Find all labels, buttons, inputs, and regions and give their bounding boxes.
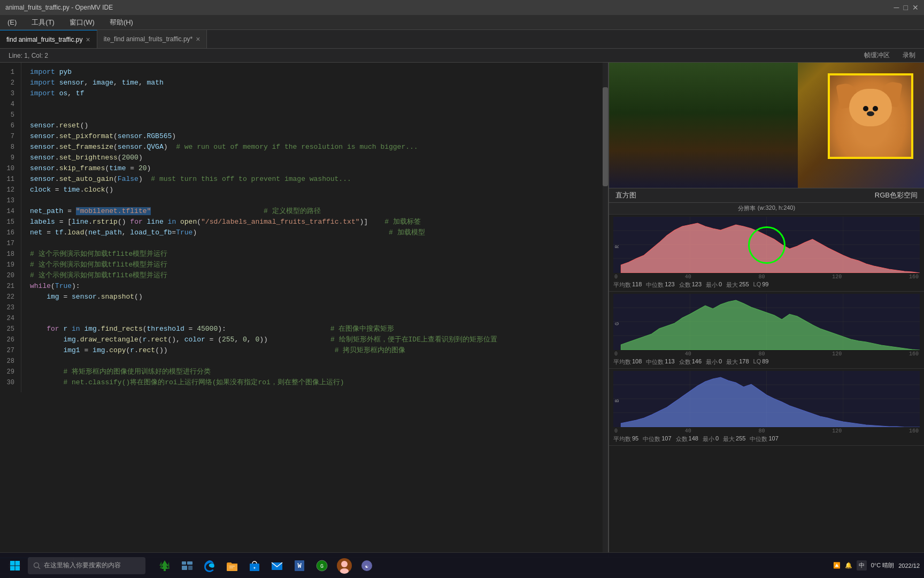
taskbar-icon-browser[interactable]: G bbox=[311, 555, 333, 576]
red-x-labels: 0 40 80 120 160 bbox=[613, 274, 920, 280]
title-bar-text: animal_fruits_traffic.py - OpenMV IDE bbox=[5, 4, 894, 11]
search-placeholder: 在这里输入你要搜索的内容 bbox=[44, 561, 121, 570]
main-content: 1234567891011121314151617181920212223242… bbox=[0, 63, 924, 557]
tray-ime[interactable]: 中 bbox=[857, 560, 867, 571]
svg-point-22 bbox=[34, 562, 39, 567]
menu-window[interactable]: 窗口(W) bbox=[66, 17, 98, 28]
green-histogram-block: G 0 40 80 120 bbox=[609, 292, 924, 369]
start-button[interactable] bbox=[4, 555, 26, 576]
code-line-29: # 将矩形框内的图像使用训练好的模型进行分类 bbox=[30, 367, 604, 377]
search-bar[interactable]: 在这里输入你要搜索的内容 bbox=[28, 557, 145, 574]
store-icon: ★ bbox=[248, 559, 261, 572]
editor-scrollbar[interactable] bbox=[603, 63, 608, 557]
word-icon: W bbox=[293, 559, 306, 572]
tray-network-icon: 🔼 bbox=[833, 562, 841, 569]
red-histogram-block: R 0 bbox=[609, 215, 924, 292]
system-tray: 🔼 🔔 中 0°C 晴朗 2022/12 bbox=[833, 560, 920, 571]
menu-bar: (E) 工具(T) 窗口(W) 帮助(H) bbox=[0, 15, 924, 30]
blue-axis-label: B bbox=[614, 399, 622, 402]
green-max: 最大 178 bbox=[726, 358, 749, 366]
code-line-5 bbox=[30, 110, 604, 120]
tray-temp: 0°C 晴朗 bbox=[871, 561, 895, 569]
green-histogram-svg bbox=[613, 294, 920, 350]
green-histogram-canvas: G bbox=[613, 294, 920, 350]
circle-icon: ☯ bbox=[360, 559, 373, 572]
blue-histogram-canvas: B bbox=[613, 371, 920, 427]
menu-edit[interactable]: (E) bbox=[4, 17, 20, 27]
green-min: 最小 0 bbox=[706, 358, 722, 366]
tab-active[interactable]: find animal_fruits_traffic.py × bbox=[0, 30, 97, 48]
tab-inactive[interactable]: ite_find animal_fruits_traffic.py* × bbox=[97, 30, 207, 48]
taskbar-icon-taskview[interactable] bbox=[176, 555, 198, 576]
code-line-24 bbox=[30, 313, 604, 324]
taskbar: 在这里输入你要搜索的内容 bbox=[0, 552, 924, 578]
panel-header: 直方图 RGB色彩空间 bbox=[609, 188, 924, 203]
code-line-4 bbox=[30, 99, 604, 110]
svg-rect-18 bbox=[10, 561, 15, 566]
svg-rect-28 bbox=[187, 561, 192, 565]
camera-preview bbox=[609, 63, 924, 188]
taskbar-icon-explorer[interactable] bbox=[221, 555, 243, 576]
histograms-container: R 0 bbox=[609, 215, 924, 557]
svg-rect-31 bbox=[227, 564, 237, 571]
red-mode: 众数 123 bbox=[679, 281, 702, 289]
editor-scrollbar-thumb[interactable] bbox=[603, 87, 608, 186]
corgi-face bbox=[849, 89, 892, 126]
code-line-7: sensor.set_pixformat(sensor.RGB565) bbox=[30, 131, 604, 142]
resolution-row: 分辨率 (w:320, h:240) bbox=[609, 203, 924, 215]
code-line-27: img1 = img.copy(r.rect()) # 拷贝矩形框内的图像 bbox=[30, 345, 604, 356]
menu-help[interactable]: 帮助(H) bbox=[106, 17, 136, 28]
svg-rect-27 bbox=[182, 561, 186, 565]
blue-mode: 众数 148 bbox=[676, 435, 698, 443]
svg-point-44 bbox=[340, 568, 349, 574]
right-panel: 直方图 RGB色彩空间 分辨率 (w:320, h:240) R bbox=[609, 63, 924, 557]
svg-rect-21 bbox=[16, 566, 20, 571]
taskbar-app-icons: ★ W G bbox=[154, 555, 378, 576]
code-line-13 bbox=[30, 195, 604, 206]
green-axis-label: G bbox=[614, 322, 622, 325]
code-line-17 bbox=[30, 238, 604, 249]
minimize-button[interactable]: ─ bbox=[894, 3, 899, 12]
red-min: 最小 0 bbox=[706, 281, 722, 289]
corgi-image-frame bbox=[828, 73, 913, 159]
svg-text:☯: ☯ bbox=[365, 564, 368, 569]
maximize-button[interactable]: □ bbox=[904, 3, 908, 12]
code-line-18: # 这个示例演示如何加载tflite模型并运行 bbox=[30, 249, 604, 260]
taskbar-icon-trees[interactable] bbox=[154, 555, 175, 576]
histogram-label: 直方图 bbox=[615, 191, 636, 200]
code-line-30: # net.classify()将在图像的roi上运行网络(如果没有指定roi，… bbox=[30, 377, 604, 388]
red-histogram-svg bbox=[613, 217, 920, 273]
red-histogram-stats: 平均数 118 中位数 123 众数 123 最小 0 bbox=[613, 280, 920, 290]
green-median: 中位数 113 bbox=[646, 358, 674, 366]
taskbar-icon-edge[interactable] bbox=[199, 555, 220, 576]
code-editor[interactable]: 1234567891011121314151617181920212223242… bbox=[0, 63, 609, 557]
menu-tools[interactable]: 工具(T) bbox=[28, 17, 58, 28]
code-line-2: import sensor, image, time, math bbox=[30, 78, 604, 88]
code-line-6: sensor.reset() bbox=[30, 120, 604, 131]
corgi-eye-right bbox=[873, 106, 878, 111]
tab-close-inactive[interactable]: × bbox=[196, 35, 200, 43]
taskbar-icon-word[interactable]: W bbox=[289, 555, 310, 576]
code-line-3: import os, tf bbox=[30, 88, 604, 99]
windows-icon bbox=[10, 560, 20, 571]
taskbar-icon-mail[interactable] bbox=[266, 555, 288, 576]
taskbar-icon-extra[interactable]: ☯ bbox=[356, 555, 378, 576]
code-line-14: net_path = "mobilenet.tflite" # 定义模型的路径 bbox=[30, 206, 604, 217]
taskbar-icon-store[interactable]: ★ bbox=[244, 555, 265, 576]
code-content[interactable]: import pyb import sensor, image, time, m… bbox=[26, 63, 608, 557]
green-histogram-stats: 平均数 108 中位数 113 众数 146 最小 0 bbox=[613, 357, 920, 367]
taskbar-icon-profile[interactable] bbox=[334, 555, 355, 576]
trees-icon bbox=[157, 558, 172, 573]
red-max: 最大 255 bbox=[726, 281, 749, 289]
tab-close-active[interactable]: × bbox=[86, 36, 90, 43]
cursor-position: Line: 1, Col: 2 bbox=[9, 52, 48, 59]
title-bar-controls: ─ □ ✕ bbox=[894, 3, 919, 12]
svg-line-23 bbox=[38, 567, 41, 569]
green-lq: LQ 89 bbox=[753, 358, 769, 366]
profile-icon bbox=[336, 558, 352, 574]
svg-text:W: W bbox=[297, 562, 302, 570]
code-line-16: net = tf.load(net_path, load_to_fb=True)… bbox=[30, 227, 604, 238]
code-line-1: import pyb bbox=[30, 67, 604, 78]
close-button[interactable]: ✕ bbox=[912, 3, 919, 12]
blue-histogram-block: B 0 40 80 120 bbox=[609, 369, 924, 446]
